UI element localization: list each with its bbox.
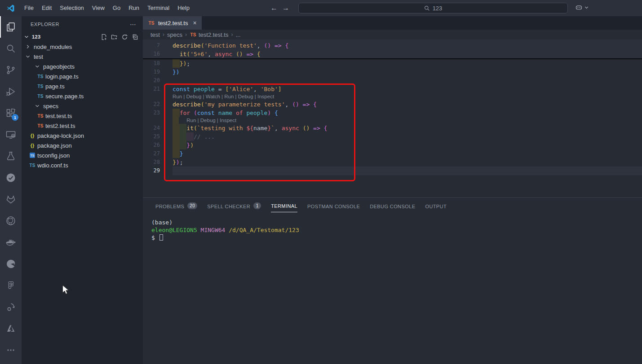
panel-tab-postman-console[interactable]: POSTMAN CONSOLE bbox=[302, 198, 365, 214]
panel-tab-output[interactable]: OUTPUT bbox=[420, 198, 452, 214]
tree-item-label: secure.page.ts bbox=[45, 93, 84, 100]
code-line-content: }) bbox=[173, 141, 642, 149]
code-line-25[interactable]: 25 // ... bbox=[143, 132, 642, 141]
tab-test2-test-ts[interactable]: TS test2.test.ts × bbox=[143, 16, 202, 30]
tree-item-wdio-conf-ts[interactable]: TSwdio.conf.ts bbox=[22, 160, 143, 170]
code-token: it bbox=[180, 51, 187, 57]
live-share-icon bbox=[5, 302, 16, 312]
tree-item-test[interactable]: test bbox=[22, 52, 143, 61]
refresh-icon[interactable] bbox=[121, 34, 128, 40]
breadcrumb-item-test2-test-ts[interactable]: TStest2.test.ts bbox=[190, 31, 228, 38]
activity-live-share[interactable] bbox=[0, 296, 22, 318]
menu-selection[interactable]: Selection bbox=[56, 0, 88, 16]
code-token: ) bbox=[190, 142, 194, 149]
code-line-content: describe('my parameterize tests', () => … bbox=[173, 100, 642, 109]
tree-item-package-lock-json[interactable]: {}package-lock.json bbox=[22, 131, 143, 140]
tree-item-secure-page-ts[interactable]: TSsecure.page.ts bbox=[22, 91, 143, 101]
tree-item-package-json[interactable]: {}package.json bbox=[22, 140, 143, 150]
activity-docker[interactable] bbox=[0, 232, 22, 253]
breadcrumb-item-test[interactable]: test bbox=[151, 31, 160, 38]
tsconfig-file-icon: TS bbox=[30, 153, 35, 158]
activity-extensions[interactable]: 1 bbox=[0, 102, 22, 124]
tree-item-test-test-ts[interactable]: TStest.test.ts bbox=[22, 111, 143, 121]
forward-arrow-icon[interactable]: → bbox=[282, 4, 289, 12]
close-icon[interactable]: × bbox=[193, 19, 196, 26]
back-arrow-icon[interactable]: ← bbox=[270, 4, 278, 12]
activity-azure[interactable] bbox=[0, 318, 22, 339]
code-token: { bbox=[282, 42, 289, 49]
activity-more-views[interactable] bbox=[0, 339, 22, 361]
tree-item-pageobjects[interactable]: pageobjects bbox=[22, 61, 143, 71]
code-line-20[interactable]: 20 bbox=[143, 76, 642, 85]
tree-item-label: page.ts bbox=[45, 83, 65, 90]
menu-file[interactable]: File bbox=[20, 0, 38, 16]
code-token: ) bbox=[176, 159, 180, 166]
activity-explorer[interactable] bbox=[0, 16, 22, 38]
menu-edit[interactable]: Edit bbox=[38, 0, 56, 16]
activity-test-results[interactable] bbox=[0, 167, 22, 189]
menu-view[interactable]: View bbox=[88, 0, 109, 16]
breadcrumb-item--[interactable]: ... bbox=[235, 31, 240, 38]
tree-item-specs[interactable]: specs bbox=[22, 101, 143, 111]
code-line-29[interactable]: 29 bbox=[143, 167, 642, 175]
panel-tab-terminal[interactable]: TERMINAL bbox=[266, 198, 302, 214]
new-file-icon[interactable] bbox=[101, 34, 107, 40]
activity-search[interactable] bbox=[0, 38, 22, 59]
breadcrumb-item-specs[interactable]: specs bbox=[167, 31, 182, 38]
tree-item-page-ts[interactable]: TSpage.ts bbox=[22, 81, 143, 91]
code-line-24[interactable]: 24 it(`testing with ${name}`, async () =… bbox=[143, 124, 642, 132]
menu-run[interactable]: Run bbox=[124, 0, 143, 16]
title-bar: FileEditSelectionViewGoRunTerminalHelp ←… bbox=[0, 0, 642, 16]
menu-go[interactable]: Go bbox=[109, 0, 124, 16]
menu-terminal[interactable]: Terminal bbox=[143, 0, 173, 16]
test-results-icon bbox=[5, 172, 16, 183]
code-line-content bbox=[173, 167, 642, 175]
activity-source-control[interactable] bbox=[0, 59, 22, 81]
tree-item-test2-test-ts[interactable]: TStest2.test.ts bbox=[22, 121, 143, 131]
code-line-18[interactable]: 18 }); bbox=[143, 59, 642, 68]
copilot-menu[interactable] bbox=[575, 4, 589, 11]
tree-item-login-page-ts[interactable]: TSlogin.page.ts bbox=[22, 71, 143, 81]
sticky-scroll: 7describe('Function test', () => {16 it(… bbox=[143, 39, 642, 59]
code-token: const bbox=[197, 110, 215, 116]
workspace-root-row[interactable]: 123 bbox=[22, 32, 143, 42]
command-center-search[interactable]: 123 bbox=[298, 3, 568, 13]
panel-tab-problems[interactable]: PROBLEMS20 bbox=[151, 198, 202, 214]
tree-item-node-modules[interactable]: node_modules bbox=[22, 42, 143, 52]
codelens-actions[interactable]: Run | Debug | Inspect bbox=[173, 117, 236, 124]
new-folder-icon[interactable] bbox=[111, 34, 118, 40]
code-line-21[interactable]: 21const people = ['Alice', 'Bob'] bbox=[143, 85, 642, 93]
codelens-actions[interactable]: Run | Debug | Watch | Run | Debug | Insp… bbox=[173, 93, 274, 100]
activity-github[interactable] bbox=[0, 210, 22, 232]
panel-tab-label: POSTMAN CONSOLE bbox=[307, 200, 360, 212]
panel-tab-spell-checker[interactable]: SPELL CHECKER1 bbox=[202, 198, 266, 214]
code-editor[interactable]: 7describe('Function test', () => {16 it(… bbox=[143, 39, 642, 197]
terminal[interactable]: (base)eleon@LEGION5 MINGW64 /d/QA_A/Test… bbox=[143, 214, 642, 241]
ts-file-icon: TS bbox=[148, 21, 155, 26]
line-number: 21 bbox=[143, 85, 160, 93]
code-line-22[interactable]: 22describe('my parameterize tests', () =… bbox=[143, 100, 642, 109]
code-line-23[interactable]: 23 for (const name of people) { bbox=[143, 109, 642, 117]
activity-pie-tool[interactable] bbox=[0, 253, 22, 275]
line-number: 19 bbox=[143, 68, 160, 76]
activity-run-debug[interactable] bbox=[0, 81, 22, 102]
activity-remote-explorer[interactable] bbox=[0, 124, 22, 145]
code-line-26[interactable]: 26 }) bbox=[143, 141, 642, 149]
indent-guide bbox=[180, 124, 187, 132]
activity-testing[interactable] bbox=[0, 145, 22, 167]
code-line-16[interactable]: 16 it('5+6', async () => { bbox=[143, 50, 642, 58]
code-line-27[interactable]: 27 } bbox=[143, 149, 642, 158]
github-icon bbox=[5, 215, 16, 226]
panel-tab-debug-console[interactable]: DEBUG CONSOLE bbox=[365, 198, 420, 214]
code-line-7[interactable]: 7describe('Function test', () => { bbox=[143, 41, 642, 50]
tree-item-tsconfig-json[interactable]: TStsconfig.json bbox=[22, 150, 143, 160]
activity-gitlab[interactable] bbox=[0, 189, 22, 210]
code-line-19[interactable]: 19}) bbox=[143, 68, 642, 76]
activity-figma[interactable] bbox=[0, 275, 22, 296]
collapse-all-icon[interactable] bbox=[132, 34, 138, 40]
indent-guide bbox=[173, 132, 180, 141]
explorer-more-actions-icon[interactable]: ⋯ bbox=[130, 21, 137, 28]
menu-help[interactable]: Help bbox=[173, 0, 194, 16]
codelens-row: Run | Debug | Inspect bbox=[143, 117, 642, 124]
code-line-28[interactable]: 28}); bbox=[143, 158, 642, 167]
